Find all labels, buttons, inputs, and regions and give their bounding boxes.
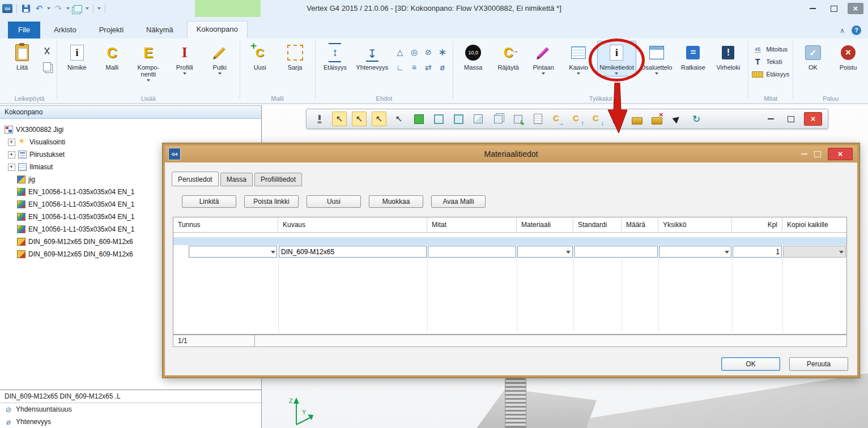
redo-button[interactable]	[53, 3, 63, 14]
undo-dropdown-icon[interactable]	[47, 7, 50, 10]
etaisyys-button[interactable]: Etäisyys	[318, 41, 351, 72]
mitoitus-button[interactable]: 45 Mitoitus	[752, 44, 789, 54]
constraint-item-parallel[interactable]: Yhdensuuntaisuus	[0, 403, 261, 416]
perpendicular-constraint-icon[interactable]	[393, 59, 407, 75]
remove-link-button[interactable]: Poista linkki	[244, 195, 299, 208]
nimike-button[interactable]: Nimike	[61, 41, 93, 72]
selected-row-highlight[interactable]	[173, 237, 846, 245]
paste-button[interactable]: Liitä	[6, 41, 39, 72]
pin-button[interactable]	[312, 112, 327, 126]
help-icon[interactable]	[852, 25, 861, 35]
tab-nakyma[interactable]: Näkymä	[137, 22, 182, 38]
doc-close-button[interactable]	[804, 112, 822, 126]
malli-button[interactable]: Malli	[96, 41, 129, 72]
swap-constraint-icon[interactable]	[421, 59, 435, 75]
snap-edge-button[interactable]	[352, 112, 367, 126]
pintaan-button[interactable]: Pintaan	[527, 41, 560, 76]
maximize-button[interactable]	[826, 3, 842, 14]
archive-button[interactable]	[629, 112, 644, 126]
profiili-button[interactable]: Profiili	[168, 41, 201, 76]
link-button[interactable]: Linkitä	[182, 195, 236, 208]
uusi-button[interactable]: Uusi	[244, 41, 276, 72]
virheloki-button[interactable]: Virheloki	[712, 41, 744, 72]
komponentti-button[interactable]: Kompo-nentti	[131, 41, 166, 83]
close-button[interactable]	[848, 3, 863, 14]
kuvaus-input[interactable]	[279, 246, 427, 258]
expand-icon[interactable]	[8, 139, 15, 146]
parts-list-view-button[interactable]	[530, 112, 545, 126]
ok-button[interactable]: OK	[797, 41, 829, 72]
tab-perustiedot[interactable]: Perustiedot	[172, 172, 219, 186]
ribbon-collapse-icon[interactable]	[840, 25, 845, 35]
yksikko-combobox[interactable]	[659, 246, 731, 258]
export-assembly-button[interactable]	[570, 112, 585, 126]
massa-button[interactable]: 10,0 Massa	[457, 41, 490, 72]
new-button[interactable]: Uusi	[307, 195, 361, 208]
angle-constraint-icon[interactable]	[393, 44, 407, 59]
teksti-button[interactable]: Teksti	[752, 57, 789, 67]
osaluettelo-button[interactable]: Osaluettelo	[639, 41, 675, 76]
dialog-cancel-button[interactable]: Peruuta	[789, 357, 848, 371]
tab-profiilitiedot[interactable]: Profiilitiedot	[254, 173, 302, 186]
yhtenevyys-button[interactable]: Yhtenevyys	[354, 41, 390, 72]
orient-view-button[interactable]	[510, 112, 525, 126]
dialog-ok-button[interactable]: OK	[721, 357, 780, 371]
tab-projekti[interactable]: Projekti	[90, 22, 133, 38]
standardi-input[interactable]	[574, 246, 658, 258]
iso-view-button[interactable]	[491, 112, 505, 126]
tab-arkisto[interactable]: Arkisto	[45, 22, 86, 38]
tree-item-root[interactable]: VX3000882 Jigi	[3, 123, 261, 136]
open-model-button[interactable]: Avaa Malli	[431, 195, 486, 208]
etaisyys-measure-button[interactable]: Etäisyys	[752, 69, 789, 79]
copy-button[interactable]	[41, 61, 53, 72]
minimize-button[interactable]	[805, 3, 820, 14]
delete-archive-button[interactable]	[649, 112, 664, 126]
tunnus-combobox[interactable]	[189, 246, 277, 258]
edit-button[interactable]: Muokkaa	[369, 195, 423, 208]
parallel-constraint-icon[interactable]	[407, 59, 421, 75]
expand-icon[interactable]	[8, 151, 15, 159]
tab-massa[interactable]: Massa	[220, 173, 253, 186]
rajayta-button[interactable]: Räjäytä	[492, 41, 525, 72]
dialog-minimize-icon[interactable]	[801, 153, 807, 155]
import-part-button[interactable]	[590, 112, 605, 126]
ratkaise-button[interactable]: Ratkaise	[676, 41, 709, 72]
save-model-button[interactable]	[610, 112, 624, 126]
customize-toolbar-dropdown-icon[interactable]	[97, 7, 101, 10]
rotate-view-button[interactable]	[689, 112, 704, 126]
poistu-button[interactable]: Poistu	[832, 41, 865, 72]
constraint-item-coincidence[interactable]: Yhtenevyys	[0, 416, 261, 428]
window-switch-dropdown-icon[interactable]	[86, 7, 89, 10]
doc-restore-button[interactable]	[784, 112, 798, 126]
dialog-title-bar[interactable]: G4 Materiaalitiedot	[165, 145, 857, 162]
export-part-button[interactable]	[550, 112, 565, 126]
shaded-view-button[interactable]	[411, 112, 426, 126]
undo-button[interactable]	[34, 3, 44, 14]
diameter-constraint-icon[interactable]	[435, 59, 449, 75]
snap-face-button[interactable]	[372, 112, 386, 126]
materiaali-combobox[interactable]	[517, 246, 573, 258]
half-shade-view-button[interactable]	[471, 112, 486, 126]
dialog-maximize-icon[interactable]	[814, 151, 821, 157]
concentric-constraint-icon[interactable]	[407, 44, 421, 59]
save-button[interactable]	[21, 3, 31, 14]
dialog-close-button[interactable]	[828, 148, 853, 160]
doc-minimize-button[interactable]	[763, 112, 778, 126]
nimiketiedot-button[interactable]: Nimiketiedot	[597, 41, 636, 76]
snap-element-button[interactable]	[392, 112, 406, 126]
tab-file[interactable]: File	[8, 22, 40, 38]
tab-kokoonpano[interactable]: Kokoonpano	[187, 21, 248, 38]
mitat-input[interactable]	[428, 246, 516, 258]
kpl-input[interactable]	[733, 246, 782, 258]
snap-point-button[interactable]	[332, 112, 347, 126]
putki-button[interactable]: Putki	[203, 41, 236, 76]
wireframe-view-button[interactable]	[431, 112, 446, 126]
select-tool-button[interactable]	[669, 112, 684, 126]
symmetry-constraint-icon[interactable]	[435, 44, 449, 59]
expand-icon[interactable]	[8, 164, 15, 171]
cut-button[interactable]	[41, 45, 53, 57]
window-switch-button[interactable]	[73, 3, 83, 14]
sarja-button[interactable]: Sarja	[279, 41, 312, 72]
kaavio-button[interactable]: Kaavio	[562, 41, 595, 76]
redo-dropdown-icon[interactable]	[66, 7, 70, 10]
